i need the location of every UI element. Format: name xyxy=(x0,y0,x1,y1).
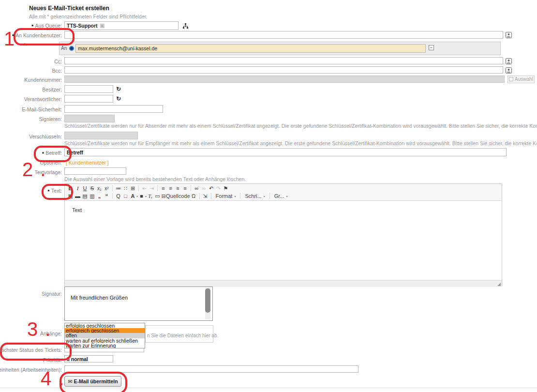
toolbar-row-1: B I U S x₂ x² ≔ ∷ ⊞ ⇤ ⇥ ≡ ≡ ≡ ≡ ∞ ∞ xyxy=(67,184,500,192)
customer-id-input xyxy=(64,75,505,83)
image-icon[interactable]: ▣ xyxy=(67,193,74,200)
signature-box: Mit freundlichen Grüßen xyxy=(64,286,213,321)
paste-word-icon[interactable]: ▥ xyxy=(89,193,96,200)
mandatory-fields-note: Alle mit * gekennzeichneten Felder sind … xyxy=(29,14,148,19)
select-all-icon[interactable]: □ xyxy=(122,193,129,200)
remove-queue-icon[interactable]: × xyxy=(100,24,104,28)
submit-email-button[interactable]: ✉ E-Mail übermitteln xyxy=(64,376,121,387)
responsible-input[interactable] xyxy=(64,95,113,103)
page-title: Neues E-Mail-Ticket erstellen xyxy=(29,5,109,12)
indent-icon[interactable]: ⇥ xyxy=(148,185,155,192)
fontsize-dropdown[interactable]: Gr...▾ xyxy=(272,193,290,199)
customer-user-label: ●An Kundenbenutzer: xyxy=(12,32,62,38)
required-marker: ● xyxy=(42,150,44,156)
signature-label: Signatur: xyxy=(42,291,62,297)
remove-format-icon[interactable]: Tₓ xyxy=(147,193,154,200)
link-icon[interactable]: ∞ xyxy=(193,185,200,192)
customer-id-label: Kundennummer: xyxy=(24,77,62,83)
address-book-icon[interactable] xyxy=(506,67,512,73)
refresh-owner-icon[interactable]: ↻ xyxy=(116,86,121,92)
priority-select[interactable]: 3 normal xyxy=(64,355,113,362)
maximize-icon[interactable]: ⇲ xyxy=(202,193,209,200)
redo-icon[interactable]: ↷ xyxy=(215,185,222,192)
resize-handle[interactable] xyxy=(497,283,501,286)
required-marker: ● xyxy=(31,23,34,29)
dropdown-option[interactable]: erfolglos geschlossen xyxy=(65,323,145,328)
cc-label: Cc: xyxy=(54,59,62,64)
address-book-icon[interactable] xyxy=(506,58,512,64)
paste-text-icon[interactable]: ▤ xyxy=(81,193,89,200)
editor-toolbar: B I U S x₂ x² ≔ ∷ ⊞ ⇤ ⇥ ≡ ≡ ≡ ≡ ∞ ∞ xyxy=(65,184,502,201)
signature-scrollbar-thumb[interactable] xyxy=(205,288,210,313)
address-book-icon[interactable] xyxy=(506,31,512,38)
customer-user-input[interactable] xyxy=(64,31,503,39)
strikethrough-icon[interactable]: S xyxy=(89,185,96,192)
text-template-input[interactable] xyxy=(64,167,126,175)
format-dropdown[interactable]: Format▾ xyxy=(213,193,239,199)
font-dropdown[interactable]: Schri...▾ xyxy=(242,193,267,199)
owner-input[interactable] xyxy=(64,85,113,93)
attachments-dropzone[interactable]: n Sie die Dateien einfach hier ab. xyxy=(145,325,213,343)
owner-label: Besitzer: xyxy=(42,87,62,92)
dropdown-option[interactable]: erfolgreich geschlossen xyxy=(65,328,145,333)
cc-input[interactable] xyxy=(64,57,503,64)
italic-icon[interactable]: I xyxy=(74,185,81,192)
encrypt-input xyxy=(64,132,138,139)
subscript-icon[interactable]: x₂ xyxy=(96,185,103,192)
bold-icon[interactable]: B xyxy=(67,185,74,192)
dropdown-option[interactable]: warten auf erfolgreich schließen xyxy=(65,338,145,343)
align-justify-icon[interactable]: ≡ xyxy=(181,185,189,192)
anchor-icon[interactable]: ⚑ xyxy=(222,185,229,192)
toolbar-separator xyxy=(112,185,113,191)
bullet-list-icon[interactable]: ∷ xyxy=(122,185,129,192)
background-color-icon[interactable]: ■ xyxy=(138,193,145,200)
embed-icon[interactable]: ▭ xyxy=(154,193,161,200)
to-label: An xyxy=(61,45,67,51)
annotation-number-4: 4 . xyxy=(41,369,65,388)
undo-icon[interactable]: ↶ xyxy=(208,185,215,192)
refresh-responsible-icon[interactable]: ↻ xyxy=(116,95,121,102)
dropzone-text: n Sie die Dateien einfach hier ab. xyxy=(147,333,218,338)
footer-divider xyxy=(0,388,537,388)
email-security-input[interactable] xyxy=(64,105,163,113)
to-email-input[interactable]: max.mustermensch@uni-kassel.de xyxy=(75,44,426,53)
queue-input[interactable]: TTS-Support× xyxy=(64,21,179,30)
table-icon[interactable]: ⊞ xyxy=(129,185,136,192)
chevron-down-icon: ▾ xyxy=(234,195,236,198)
select-icon xyxy=(509,77,513,81)
special-character-icon[interactable]: Ω xyxy=(190,193,197,200)
bcc-input[interactable] xyxy=(64,66,503,74)
unlink-icon[interactable]: ∞ xyxy=(200,185,208,192)
remove-recipient-icon[interactable]: − xyxy=(429,45,434,50)
time-units-input[interactable] xyxy=(64,365,358,373)
horizontal-rule-icon[interactable]: ▬ xyxy=(74,193,81,200)
sign-hint: Schlüssel/Zertifikate werden nur für Abs… xyxy=(64,123,537,129)
toolbar-separator xyxy=(240,193,240,199)
blockquote-close-icon[interactable]: “ xyxy=(103,193,110,200)
blockquote-open-icon[interactable]: „ xyxy=(96,193,103,200)
queue-tree-icon[interactable] xyxy=(182,22,189,29)
dropdown-option[interactable]: offen xyxy=(65,333,145,338)
align-right-icon[interactable]: ≡ xyxy=(174,185,181,192)
source-icon[interactable]: ⊟ xyxy=(161,193,166,200)
source-button[interactable]: Quellcode xyxy=(166,193,190,199)
toolbar-separator xyxy=(211,193,211,199)
text-color-icon[interactable]: A xyxy=(129,193,136,200)
annotation-number-3: 3 . xyxy=(27,319,51,339)
outdent-icon[interactable]: ⇤ xyxy=(141,185,148,192)
numbered-list-icon[interactable]: ≔ xyxy=(115,185,122,192)
align-left-icon[interactable]: ≡ xyxy=(160,185,167,192)
subject-input[interactable]: Betreff xyxy=(64,148,507,156)
richtext-editor: B I U S x₂ x² ≔ ∷ ⊞ ⇤ ⇥ ≡ ≡ ≡ ≡ ∞ ∞ xyxy=(64,183,502,286)
superscript-icon[interactable]: x² xyxy=(103,185,110,192)
customer-id-select-button[interactable]: Auswahl xyxy=(507,75,535,83)
encrypt-label: Verschlüsseln: xyxy=(29,134,62,139)
underline-icon[interactable]: U xyxy=(81,185,89,192)
dropdown-option[interactable]: warten zur Erinnerung xyxy=(65,343,145,348)
customer-user-options-link[interactable]: [ Kundenbenutzer ] xyxy=(66,160,109,166)
editor-footer xyxy=(65,280,502,287)
align-center-icon[interactable]: ≡ xyxy=(167,185,174,192)
editor-body[interactable]: Text xyxy=(65,201,502,280)
bcc-label: Bcc: xyxy=(52,68,62,74)
find-icon[interactable]: Q xyxy=(115,193,122,200)
